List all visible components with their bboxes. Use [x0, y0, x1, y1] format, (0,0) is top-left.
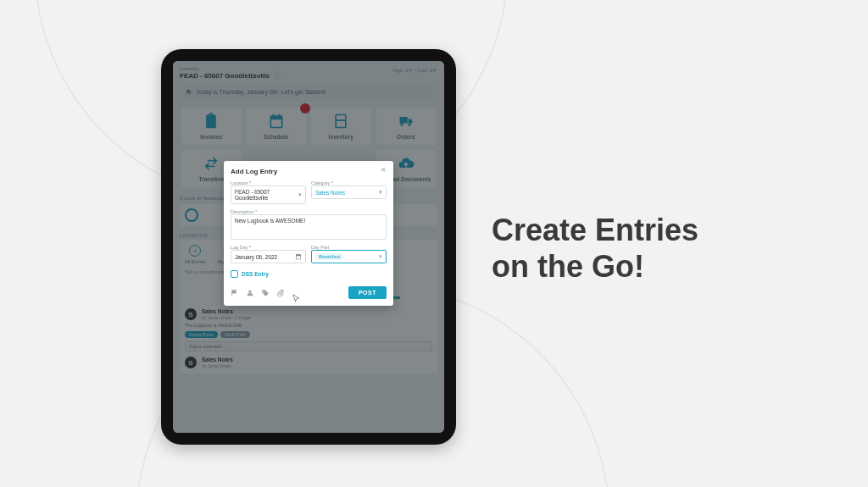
add-log-entry-modal: Add Log Entry ✕ Location * FEAD - 65007 …: [224, 161, 393, 306]
description-value: New Logbook is AWESOME!: [235, 218, 305, 224]
description-input[interactable]: New Logbook is AWESOME!: [231, 214, 387, 240]
daypart-value: Breakfast: [315, 253, 343, 260]
tablet-frame: Location FEAD - 65007 Goodlettsville Hig…: [161, 49, 456, 445]
dss-label: DSS Entry: [242, 271, 269, 277]
chevron-down-icon: ▾: [379, 189, 382, 196]
attachment-icon[interactable]: [276, 289, 285, 297]
dss-entry-checkbox[interactable]: DSS Entry: [231, 270, 387, 278]
headline-line-2: on the Go!: [492, 249, 644, 284]
category-select[interactable]: Sales Notes ▾: [311, 185, 387, 199]
chevron-down-icon: ▾: [298, 191, 302, 198]
person-icon[interactable]: [246, 289, 254, 297]
close-icon[interactable]: ✕: [381, 166, 387, 174]
logday-input[interactable]: January 06, 2022: [231, 250, 306, 263]
marketing-headline: Create Entries on the Go!: [492, 212, 831, 285]
location-select[interactable]: FEAD - 65007 Goodlettsville ▾: [231, 185, 306, 204]
tag-icon[interactable]: [261, 289, 270, 297]
post-button[interactable]: POST: [348, 286, 387, 299]
logday-value: January 06, 2022: [235, 254, 277, 260]
daypart-select[interactable]: Breakfast ▾: [311, 250, 387, 263]
chevron-down-icon: ▾: [379, 253, 382, 260]
tablet-screen: Location FEAD - 65007 Goodlettsville Hig…: [173, 61, 444, 433]
category-value: Sales Notes: [315, 190, 345, 196]
headline-line-1: Create Entries: [492, 213, 698, 247]
location-value: FEAD - 65007 Goodlettsville: [235, 189, 298, 201]
flag-icon[interactable]: [231, 289, 239, 297]
modal-toolbar: [231, 289, 285, 297]
modal-title: Add Log Entry: [231, 168, 387, 175]
checkbox-icon: [231, 270, 238, 278]
calendar-icon: [295, 253, 302, 260]
mouse-cursor: [292, 294, 301, 303]
